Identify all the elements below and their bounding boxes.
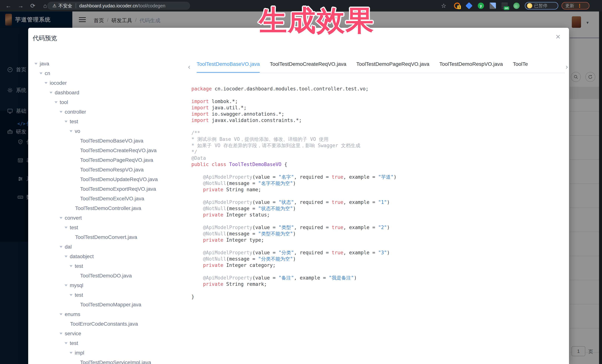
tree-node-dir[interactable]: service (32, 329, 191, 338)
tree-node-file[interactable]: ToolTestDemoConvert.java (32, 232, 191, 242)
tree-node-dir[interactable]: convert (32, 213, 191, 223)
tree-node-dir[interactable]: iocoder (32, 78, 191, 88)
tree-node-dir[interactable]: test (32, 338, 191, 348)
file-tab[interactable]: ToolTe (513, 61, 528, 73)
tree-node-dir[interactable]: vo (32, 126, 191, 136)
tree-node-label: cn (45, 70, 50, 76)
caret-down-icon[interactable] (60, 246, 63, 248)
tabs-next-icon[interactable]: › (566, 63, 568, 71)
tree-node-label: ToolErrorCodeConstants.java (70, 321, 138, 327)
tabs-prev-icon[interactable]: ‹ (188, 63, 190, 71)
file-tab[interactable]: ToolTestDemoBaseVO.java (197, 61, 260, 73)
tree-node-dir[interactable]: enums (32, 310, 191, 319)
extension-gem-icon[interactable] (465, 2, 473, 9)
forward-icon[interactable]: → (16, 1, 25, 10)
caret-down-icon[interactable] (64, 256, 67, 257)
file-tab[interactable]: ToolTestDemoPageReqVO.java (356, 61, 429, 73)
tree-node-label: ToolTestDemoBaseVO.java (80, 138, 143, 144)
tree-node-file[interactable]: ToolTestDemoRespVO.java (32, 165, 191, 175)
tree-node-label: ToolTestDemoExcelVO.java (80, 196, 144, 202)
paused-extension-pill[interactable]: 已暂停 (525, 2, 558, 10)
caret-down-icon[interactable] (60, 111, 63, 113)
smiley-face-icon (527, 3, 532, 8)
back-icon[interactable]: ← (4, 1, 13, 10)
caret-down-icon[interactable] (70, 130, 73, 132)
bookmark-star-icon[interactable]: ☆ (441, 2, 446, 9)
tree-node-dir[interactable]: test (32, 290, 191, 300)
modal-title: 代码预览 (33, 34, 57, 42)
extension-squares-icon[interactable] (490, 3, 496, 9)
tree-node-file[interactable]: ToolTestDemoController.java (32, 204, 191, 213)
extension-list-icon[interactable]: on (502, 3, 508, 9)
caret-down-icon[interactable] (64, 227, 67, 229)
tree-node-label: iocoder (50, 80, 67, 86)
tree-node-dir[interactable]: dashboard (32, 88, 191, 97)
tree-node-file[interactable]: ToolTestDemoPageReqVO.java (32, 155, 191, 165)
caret-down-icon[interactable] (60, 217, 63, 219)
caret-down-icon[interactable] (60, 333, 63, 334)
url-path: /tool/codegen (138, 3, 165, 9)
tree-node-label: convert (65, 215, 82, 221)
tree-node-dir[interactable]: cn (32, 69, 191, 78)
caret-down-icon[interactable] (44, 82, 47, 84)
tree-node-dir[interactable]: test (32, 223, 191, 232)
tree-node-label: service (65, 331, 81, 337)
tree-node-label: ToolTestDemoController.java (75, 205, 141, 211)
tree-node-dir[interactable]: test (32, 117, 191, 126)
caret-down-icon[interactable] (64, 342, 67, 344)
browser-update-button[interactable]: 更新 ⋮ (562, 2, 589, 10)
caret-down-icon[interactable] (70, 352, 73, 354)
caret-down-icon[interactable] (34, 63, 37, 65)
caret-down-icon[interactable] (40, 73, 43, 74)
tree-node-label: vo (75, 128, 80, 134)
tree-node-file[interactable]: ToolTestDemoDO.java (32, 271, 191, 281)
caret-down-icon[interactable] (64, 121, 67, 123)
tree-node-file[interactable]: ToolTestDemoUpdateReqVO.java (32, 175, 191, 184)
tree-node-file[interactable]: ToolTestDemoExportReqVO.java (32, 184, 191, 194)
tree-node-label: ToolTestDemoDO.java (80, 273, 132, 279)
caret-down-icon[interactable] (54, 101, 57, 103)
tree-node-label: test (75, 292, 83, 298)
tree-node-label: test (75, 263, 83, 269)
tree-node-file[interactable]: ToolTestDemoExcelVO.java (32, 194, 191, 204)
tree-node-label: ToolTestDemoExportReqVO.java (80, 186, 156, 192)
tree-node-file[interactable]: ToolTestDemoCreateReqVO.java (32, 146, 191, 155)
caret-down-icon[interactable] (60, 313, 63, 315)
tree-node-file[interactable]: ToolTestDemoServiceImpl.java (32, 358, 191, 364)
file-tabs: ToolTestDemoBaseVO.javaToolTestDemoCreat… (197, 61, 565, 73)
tree-node-label: tool (60, 99, 68, 105)
tree-node-dir[interactable]: test (32, 261, 191, 271)
file-tab[interactable]: ToolTestDemoRespVO.java (439, 61, 503, 73)
reload-icon[interactable]: ⟳ (29, 1, 37, 10)
url-host: dashboard.yudao.iocoder.cn (79, 3, 138, 9)
tree-node-file[interactable]: ToolErrorCodeConstants.java (32, 319, 191, 329)
extension-green-icon[interactable]: y (478, 3, 484, 9)
address-bar[interactable]: ⚠ 不安全 dashboard.yudao.iocoder.cn/tool/co… (47, 2, 190, 10)
not-secure-label[interactable]: 不安全 (58, 3, 72, 9)
caret-down-icon[interactable] (64, 284, 67, 286)
annotation-text: 生成效果 (259, 2, 375, 40)
tree-node-label: ToolTestDemoServiceImpl.java (80, 360, 151, 364)
close-icon[interactable]: × (556, 33, 560, 41)
tree-node-dir[interactable]: impl (32, 348, 191, 358)
file-tab[interactable]: ToolTestDemoCreateReqVO.java (270, 61, 346, 73)
extension-orange-icon[interactable]: 1 (454, 3, 460, 9)
tree-node-dir[interactable]: java (32, 59, 191, 69)
tree-node-label: test (70, 119, 78, 125)
caret-down-icon[interactable] (70, 265, 73, 267)
tree-node-label: ToolTestDemoRespVO.java (80, 167, 144, 173)
caret-down-icon[interactable] (70, 294, 73, 296)
update-label: 更新 (565, 3, 574, 9)
browser-menu-icon[interactable]: ⋮ (577, 3, 582, 9)
screen: 芋道管理系统 首页 / 研发工具 / 代码生成 ? tT ▾ 首页系统基础研发<… (0, 0, 602, 364)
tree-node-dir[interactable]: dal (32, 242, 191, 252)
tree-node-label: ToolTestDemoUpdateReqVO.java (80, 177, 158, 182)
browser-scrollbar[interactable] (599, 11, 602, 364)
tree-node-dir[interactable]: dataobject (32, 252, 191, 261)
tree-node-dir[interactable]: mysql (32, 281, 191, 290)
caret-down-icon[interactable] (50, 92, 53, 94)
tree-node-dir[interactable]: controller (32, 107, 191, 117)
tree-node-dir[interactable]: tool (32, 97, 191, 107)
tree-node-file[interactable]: ToolTestDemoMapper.java (32, 300, 191, 310)
tree-node-file[interactable]: ToolTestDemoBaseVO.java (32, 136, 191, 146)
